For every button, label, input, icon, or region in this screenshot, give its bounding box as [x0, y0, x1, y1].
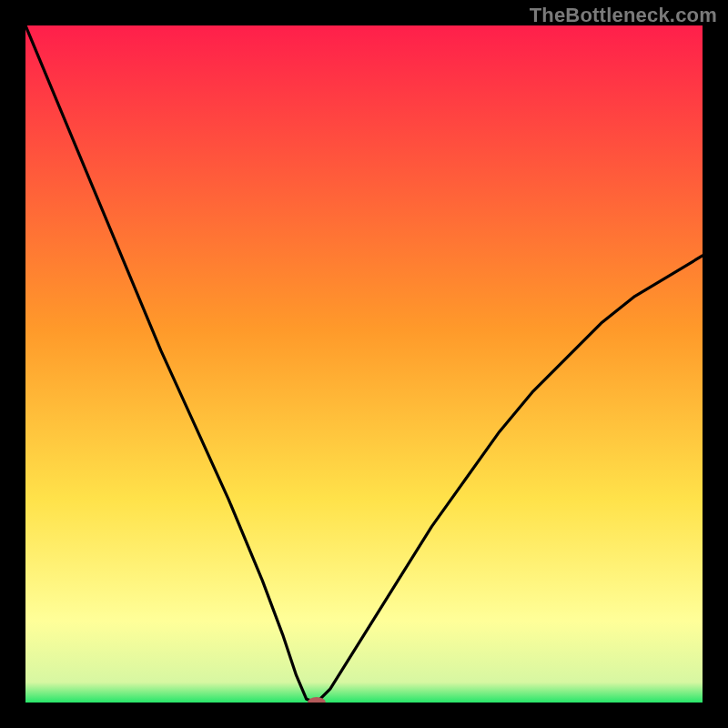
chart-frame: TheBottleneck.com — [0, 0, 728, 728]
plot-background — [25, 25, 703, 703]
plot-area — [25, 25, 703, 703]
plot-svg — [25, 25, 703, 703]
watermark-text: TheBottleneck.com — [530, 4, 717, 27]
